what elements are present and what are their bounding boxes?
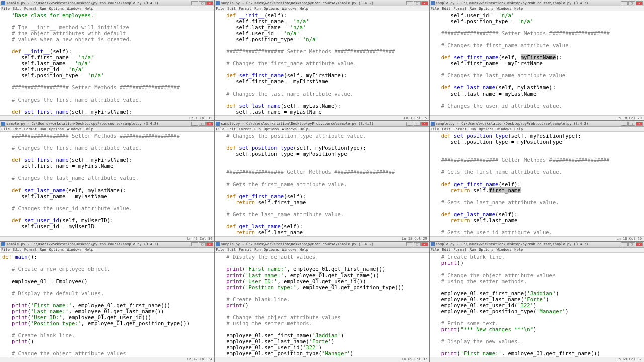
menu-item[interactable]: File <box>1 248 10 252</box>
minimize-button[interactable]: _ <box>621 122 628 126</box>
menu-item[interactable]: Run <box>40 7 46 11</box>
code-editor[interactable]: def set_position_type(self, myPositionTy… <box>430 132 644 236</box>
close-button[interactable]: × <box>206 1 213 5</box>
close-button[interactable]: × <box>421 242 428 246</box>
code-editor[interactable]: # Changes the position_type attribute va… <box>215 132 429 236</box>
menu-item[interactable]: Help <box>85 248 94 252</box>
menu-item[interactable]: Format <box>453 248 466 252</box>
maximize-button[interactable]: □ <box>199 122 206 126</box>
menu-item[interactable]: File <box>216 7 224 11</box>
code-editor[interactable]: ################## Setter Methods ######… <box>0 132 214 236</box>
menu-item[interactable]: Edit <box>442 248 451 252</box>
menu-item[interactable]: Options <box>49 127 64 131</box>
minimize-button[interactable]: _ <box>191 242 198 246</box>
menu-item[interactable]: Windows <box>497 248 512 252</box>
close-button[interactable]: × <box>421 1 428 5</box>
menu-item[interactable]: Help <box>85 127 94 131</box>
code-editor[interactable]: def __init__(self): self.first_name = 'n… <box>215 11 429 115</box>
menu-item[interactable]: Windows <box>67 248 82 252</box>
menu-item[interactable]: Help <box>514 248 523 252</box>
menu-item[interactable]: Help <box>514 7 523 11</box>
maximize-button[interactable]: □ <box>414 242 421 246</box>
titlebar[interactable]: sample.py - C:\Users\workstation\Desktop… <box>0 0 214 6</box>
menu-item[interactable]: Windows <box>67 7 82 11</box>
menu-item[interactable]: File <box>1 127 10 131</box>
menu-item[interactable]: Run <box>254 248 261 252</box>
maximize-button[interactable]: □ <box>199 242 206 246</box>
menu-item[interactable]: Help <box>300 7 308 11</box>
menu-item[interactable]: File <box>216 248 224 252</box>
titlebar[interactable]: sample.py - C:\Users\workstation\Desktop… <box>215 121 429 127</box>
menu-item[interactable]: Run <box>254 127 261 131</box>
menu-item[interactable]: Format <box>239 248 251 252</box>
menu-item[interactable]: Format <box>24 248 37 252</box>
menu-item[interactable]: Options <box>264 7 279 11</box>
menu-item[interactable]: Options <box>479 127 494 131</box>
menu-item[interactable]: Help <box>514 127 523 131</box>
menu-item[interactable]: Options <box>49 248 64 252</box>
menu-item[interactable]: Format <box>453 127 466 131</box>
menu-item[interactable]: Run <box>40 248 46 252</box>
titlebar[interactable]: sample.py - C:\Users\workstation\Desktop… <box>430 242 644 248</box>
menu-item[interactable]: File <box>431 248 439 252</box>
menu-item[interactable]: Help <box>85 7 94 11</box>
code-editor[interactable]: self.user_id = 'n/a' self.position_type … <box>430 11 644 115</box>
menu-item[interactable]: Edit <box>442 127 451 131</box>
code-editor[interactable]: # Create blank line. print() # Change th… <box>430 253 644 357</box>
minimize-button[interactable]: _ <box>406 122 413 126</box>
menu-item[interactable]: Edit <box>442 7 451 11</box>
minimize-button[interactable]: _ <box>406 1 413 5</box>
maximize-button[interactable]: □ <box>414 1 421 5</box>
menu-item[interactable]: File <box>1 7 10 11</box>
maximize-button[interactable]: □ <box>628 1 635 5</box>
close-button[interactable]: × <box>206 122 213 126</box>
maximize-button[interactable]: □ <box>414 122 421 126</box>
menu-item[interactable]: Windows <box>67 127 82 131</box>
menu-item[interactable]: Windows <box>497 7 512 11</box>
menu-item[interactable]: Edit <box>13 248 21 252</box>
menu-item[interactable]: Help <box>300 248 308 252</box>
menu-item[interactable]: Format <box>453 7 466 11</box>
menu-item[interactable]: Windows <box>282 248 297 252</box>
menu-item[interactable]: Edit <box>13 127 21 131</box>
close-button[interactable]: × <box>636 1 643 5</box>
menu-item[interactable]: Edit <box>13 7 21 11</box>
menu-item[interactable]: File <box>431 127 439 131</box>
close-button[interactable]: × <box>206 242 213 246</box>
titlebar[interactable]: sample.py - C:\Users\workstation\Desktop… <box>430 121 644 127</box>
menu-item[interactable]: Run <box>470 248 476 252</box>
minimize-button[interactable]: _ <box>406 242 413 246</box>
menu-item[interactable]: Windows <box>497 127 512 131</box>
titlebar[interactable]: sample.py - C:\Users\workstation\Desktop… <box>215 242 429 248</box>
menu-item[interactable]: Format <box>24 7 37 11</box>
menu-item[interactable]: Options <box>479 248 494 252</box>
titlebar[interactable]: sample.py - C:\Users\workstation\Desktop… <box>0 121 214 127</box>
menu-item[interactable]: Help <box>300 127 308 131</box>
menu-item[interactable]: Edit <box>227 248 236 252</box>
code-editor[interactable]: 'Base class for employees.' # The __init… <box>0 11 214 115</box>
titlebar[interactable]: sample.py - C:\Users\workstation\Desktop… <box>430 0 644 6</box>
menu-item[interactable]: Run <box>470 127 476 131</box>
code-editor[interactable]: # Display the default values. print('Fir… <box>215 253 429 357</box>
maximize-button[interactable]: □ <box>628 242 635 246</box>
titlebar[interactable]: sample.py - C:\Users\workstation\Desktop… <box>215 0 429 6</box>
minimize-button[interactable]: _ <box>191 1 198 5</box>
menu-item[interactable]: Edit <box>227 7 236 11</box>
menu-item[interactable]: Options <box>264 248 279 252</box>
maximize-button[interactable]: □ <box>628 122 635 126</box>
menu-item[interactable]: Format <box>24 127 37 131</box>
menu-item[interactable]: Run <box>254 7 261 11</box>
menu-item[interactable]: Windows <box>282 7 297 11</box>
maximize-button[interactable]: □ <box>199 1 206 5</box>
code-editor[interactable]: def main(): # Create a new employee obje… <box>0 253 214 357</box>
menu-item[interactable]: Run <box>40 127 46 131</box>
close-button[interactable]: × <box>636 122 643 126</box>
menu-item[interactable]: File <box>216 127 224 131</box>
menu-item[interactable]: Format <box>239 7 251 11</box>
menu-item[interactable]: Edit <box>227 127 236 131</box>
minimize-button[interactable]: _ <box>621 1 628 5</box>
menu-item[interactable]: Options <box>264 127 279 131</box>
menu-item[interactable]: Windows <box>282 127 297 131</box>
minimize-button[interactable]: _ <box>621 242 628 246</box>
menu-item[interactable]: Options <box>479 7 494 11</box>
